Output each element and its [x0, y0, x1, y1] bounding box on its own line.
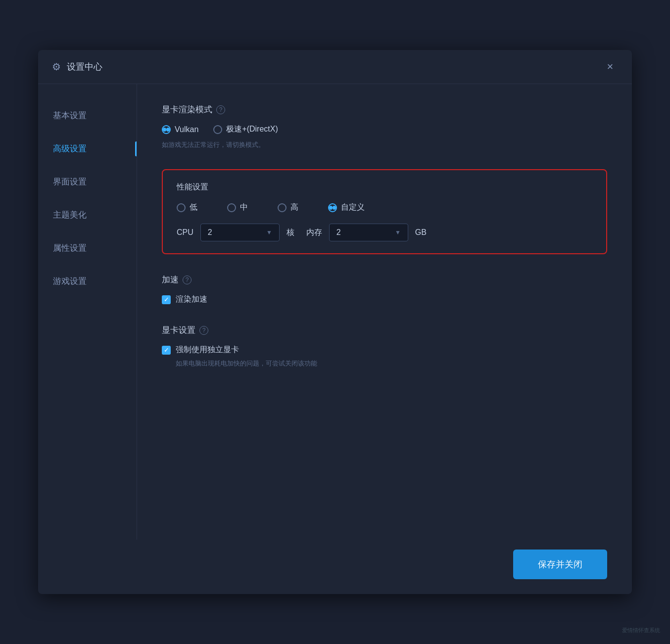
settings-window: ⚙ 设置中心 × 基本设置 高级设置 界面设置 主题美化 属性设置 游戏设置	[38, 50, 632, 594]
settings-icon: ⚙	[52, 61, 61, 73]
gpu-settings-section: 显卡设置 ? ✓ 强制使用独立显卡 如果电脑出现耗电加快的问题，可尝试关闭该功能	[162, 324, 607, 368]
perf-mid-radio[interactable]	[227, 203, 236, 212]
perf-high-option[interactable]: 高	[278, 202, 298, 213]
sidebar-item-advanced[interactable]: 高级设置	[38, 132, 137, 165]
perf-mid-option[interactable]: 中	[227, 202, 248, 213]
close-button[interactable]: ×	[602, 59, 618, 75]
gpu-settings-hint: 如果电脑出现耗电加快的问题，可尝试关闭该功能	[176, 359, 607, 368]
gpu-settings-checkbox-label: 强制使用独立显卡	[176, 345, 239, 355]
memory-dropdown[interactable]: 2 ▼	[329, 224, 408, 241]
sidebar-item-basic[interactable]: 基本设置	[38, 99, 137, 132]
gpu-settings-title: 显卡设置 ?	[162, 324, 607, 336]
perf-low-radio[interactable]	[177, 203, 186, 212]
memory-dropdown-arrow: ▼	[395, 229, 401, 236]
perf-custom-option[interactable]: 自定义	[328, 202, 365, 213]
acceleration-checkbox-label: 渲染加速	[176, 294, 207, 305]
gpu-settings-help-icon[interactable]: ?	[199, 326, 208, 335]
title-bar: ⚙ 设置中心 ×	[38, 50, 632, 84]
footer: 保存并关闭	[38, 540, 632, 594]
acceleration-check-mark: ✓	[164, 296, 169, 303]
performance-radio-row: 低 中 高 自定义	[177, 202, 592, 213]
sidebar: 基本设置 高级设置 界面设置 主题美化 属性设置 游戏设置	[38, 84, 137, 540]
content-area: 显卡渲染模式 ? Vulkan 极速+(DirectX) 如游戏无	[137, 84, 632, 540]
cpu-label: CPU	[177, 228, 193, 237]
vulkan-option[interactable]: Vulkan	[162, 125, 198, 134]
acceleration-help-icon[interactable]: ?	[183, 276, 191, 284]
cpu-dropdown[interactable]: 2 ▼	[200, 224, 280, 241]
sidebar-item-property[interactable]: 属性设置	[38, 231, 137, 265]
main-layout: 基本设置 高级设置 界面设置 主题美化 属性设置 游戏设置 显卡渲	[38, 84, 632, 540]
perf-high-radio[interactable]	[278, 203, 287, 212]
performance-section: 性能设置 低 中 高	[162, 169, 607, 254]
memory-label: 内存	[306, 228, 322, 238]
sidebar-item-theme[interactable]: 主题美化	[38, 198, 137, 231]
gpu-settings-checkbox-row: ✓ 强制使用独立显卡	[162, 345, 607, 355]
cpu-dropdown-arrow: ▼	[266, 229, 272, 236]
acceleration-checkbox-row: ✓ 渲染加速	[162, 294, 607, 305]
acceleration-section: 加速 ? ✓ 渲染加速	[162, 274, 607, 305]
cpu-unit: 核	[287, 228, 294, 238]
acceleration-checkbox[interactable]: ✓	[162, 295, 171, 304]
acceleration-title: 加速 ?	[162, 274, 607, 285]
title-bar-left: ⚙ 设置中心	[52, 61, 102, 73]
gpu-mode-help-icon[interactable]: ?	[216, 105, 225, 114]
sidebar-item-game[interactable]: 游戏设置	[38, 265, 137, 298]
save-button[interactable]: 保存并关闭	[513, 550, 607, 579]
window-title: 设置中心	[67, 61, 102, 73]
vulkan-radio[interactable]	[162, 125, 171, 134]
memory-unit: GB	[415, 228, 427, 237]
gpu-mode-section: 显卡渲染模式 ? Vulkan 极速+(DirectX) 如游戏无	[162, 104, 607, 149]
watermark: 爱情情怀查系统	[622, 627, 660, 634]
gpu-settings-check-mark: ✓	[164, 347, 169, 353]
sidebar-item-interface[interactable]: 界面设置	[38, 165, 137, 198]
gpu-mode-radio-group: Vulkan 极速+(DirectX)	[162, 124, 607, 135]
gpu-settings-checkbox[interactable]: ✓	[162, 346, 171, 355]
gpu-mode-hint: 如游戏无法正常运行，请切换模式。	[162, 140, 607, 149]
perf-custom-radio[interactable]	[328, 203, 337, 212]
directx-radio[interactable]	[213, 125, 222, 134]
performance-controls: CPU 2 ▼ 核 内存 2 ▼ GB	[177, 224, 592, 241]
perf-low-option[interactable]: 低	[177, 202, 197, 213]
gpu-mode-title: 显卡渲染模式 ?	[162, 104, 607, 115]
performance-title: 性能设置	[177, 182, 592, 192]
directx-option[interactable]: 极速+(DirectX)	[213, 124, 278, 135]
